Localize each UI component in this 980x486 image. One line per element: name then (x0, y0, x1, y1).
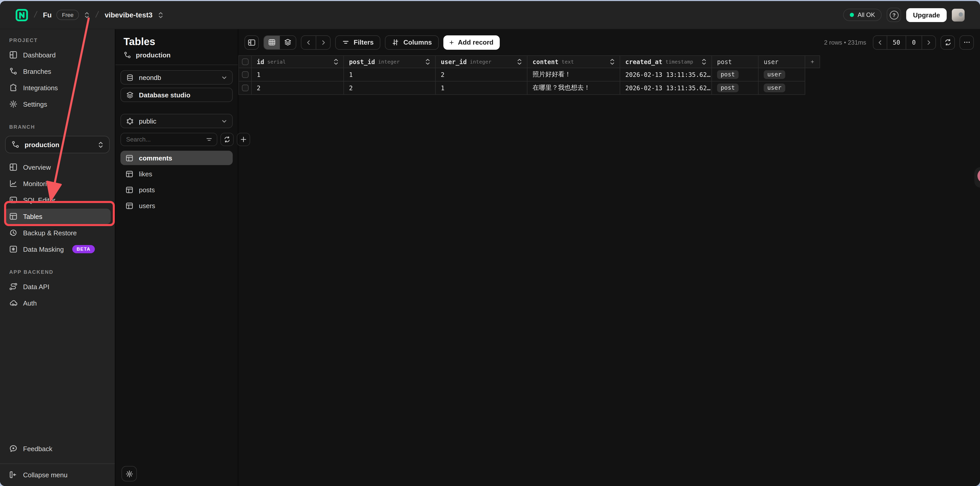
sidebar-item-overview[interactable]: Overview (4, 159, 111, 175)
refresh-tables-button[interactable] (220, 133, 234, 146)
page-next-button[interactable] (922, 36, 935, 49)
cell-content[interactable]: 照片好好看！ (527, 68, 620, 81)
column-type: serial (267, 59, 286, 65)
row-checkbox[interactable] (242, 71, 248, 78)
search-input[interactable] (126, 136, 205, 143)
cell-post-relation[interactable]: post (712, 68, 759, 81)
add-record-button[interactable]: + Add record (443, 35, 500, 49)
sidebar-item-data-api[interactable]: Data API (4, 279, 111, 294)
table-list-item-posts[interactable]: posts (121, 183, 233, 197)
page-offset-input[interactable]: 0 (906, 36, 922, 49)
prev-record-button[interactable] (301, 36, 316, 49)
help-button[interactable]: ? (887, 8, 901, 22)
sidebar-item-backup-restore[interactable]: Backup & Restore (4, 225, 111, 241)
table-list-item-comments[interactable]: comments (121, 151, 233, 165)
org-name[interactable]: Fu (43, 11, 51, 19)
query-stats: 2 rows • 231ms (824, 39, 866, 46)
system-status-pill[interactable]: All OK (843, 9, 882, 21)
cell-post-id[interactable]: 1 (344, 68, 436, 81)
column-header-post-id[interactable]: post_id integer (344, 55, 436, 68)
column-header-post[interactable]: post (712, 55, 759, 68)
cell-user-relation[interactable]: user (759, 81, 805, 95)
collapse-menu-wrap: Collapse menu (0, 464, 115, 486)
filters-button[interactable]: Filters (335, 35, 380, 49)
panel-settings-button[interactable] (121, 466, 137, 481)
table-icon (9, 212, 18, 220)
refresh-grid-button[interactable] (940, 35, 955, 49)
current-branch-label: production (136, 51, 171, 59)
row-checkbox[interactable] (242, 84, 248, 91)
sort-icon[interactable] (334, 59, 338, 65)
sort-icon[interactable] (517, 59, 522, 65)
toggle-sidebar-button[interactable] (245, 35, 259, 49)
chevron-left-icon (305, 39, 312, 45)
sidebar-item-label: Collapse menu (23, 471, 67, 478)
relation-chip[interactable]: user (764, 70, 785, 79)
branch-selector[interactable]: production (5, 136, 110, 153)
sidebar-item-monitoring[interactable]: Monitoring (4, 176, 111, 191)
sidebar-item-data-masking[interactable]: Data Masking BETA (4, 241, 111, 257)
table-list-item-users[interactable]: users (121, 199, 233, 213)
column-header-created-at[interactable]: created_at timestamp (620, 55, 712, 68)
page-size-input[interactable]: 50 (887, 36, 906, 49)
data-grid: id serial post_id integer (238, 55, 820, 95)
select-all-checkbox[interactable] (242, 59, 248, 65)
sidebar-item-sql-editor[interactable]: SQL Editor (4, 192, 111, 208)
upgrade-button[interactable]: Upgrade (907, 8, 947, 22)
cell-post-id[interactable]: 2 (344, 81, 436, 95)
cell-created-at[interactable]: 2026-02-13 13:11:35.62… (620, 68, 712, 81)
cell-user-relation[interactable]: user (759, 68, 805, 81)
cell-id[interactable]: 2 (252, 81, 344, 95)
sort-icon[interactable] (610, 59, 614, 65)
cell-user-id[interactable]: 2 (436, 68, 527, 81)
sidebar-item-branches[interactable]: Branches (4, 64, 111, 79)
relation-chip[interactable]: user (764, 83, 785, 92)
sidebar-item-feedback[interactable]: Feedback (4, 441, 111, 456)
neon-logo-icon[interactable] (15, 8, 28, 21)
next-record-button[interactable] (316, 36, 330, 49)
table-icon (126, 154, 134, 162)
schema-view-button[interactable] (280, 36, 296, 49)
database-studio-button[interactable]: Database studio (121, 88, 233, 102)
column-header-user[interactable]: user (759, 55, 805, 68)
project-name[interactable]: vibevibe-test3 (105, 11, 153, 19)
breadcrumb-separator: / (33, 10, 38, 20)
relation-chip[interactable]: post (717, 70, 738, 79)
collapse-menu-button[interactable]: Collapse menu (4, 467, 111, 483)
add-column-button[interactable] (805, 55, 820, 68)
page-prev-button[interactable] (873, 36, 887, 49)
user-avatar[interactable] (952, 8, 965, 21)
column-header-id[interactable]: id serial (252, 55, 344, 68)
cell-content[interactable]: 在哪里？我也想去！ (527, 81, 620, 95)
database-selector[interactable]: neondb (121, 70, 233, 84)
cell-id[interactable]: 1 (252, 68, 344, 81)
column-header-content[interactable]: content text (527, 55, 620, 68)
sidebar-item-settings[interactable]: Settings (4, 96, 111, 112)
add-table-button[interactable] (237, 133, 250, 146)
sort-icon[interactable] (702, 59, 706, 65)
cell-post-relation[interactable]: post (712, 81, 759, 95)
project-switcher-chevron-icon[interactable] (158, 11, 163, 19)
database-selector-value: neondb (139, 73, 161, 81)
sidebar-item-integrations[interactable]: Integrations (4, 80, 111, 96)
relation-chip[interactable]: post (717, 83, 738, 92)
cell-user-id[interactable]: 1 (436, 81, 527, 95)
grid-row[interactable]: 1 1 2 照片好好看！ 2026-02-13 13:11:35.62… pos… (238, 68, 820, 81)
sort-icon[interactable] (425, 59, 430, 65)
cell-created-at[interactable]: 2026-02-13 13:11:35.62… (620, 81, 712, 95)
grid-view-button[interactable] (264, 36, 280, 49)
org-switcher-chevron-icon[interactable] (84, 11, 90, 19)
filter-lines-icon[interactable] (205, 136, 213, 143)
grid-row[interactable]: 2 2 1 在哪里？我也想去！ 2026-02-13 13:11:35.62… … (238, 81, 820, 95)
sidebar-item-auth[interactable]: Auth (4, 295, 111, 311)
columns-button[interactable]: Columns (385, 35, 439, 49)
column-header-user-id[interactable]: user_id integer (436, 55, 527, 68)
schema-selector[interactable]: public (121, 114, 233, 128)
table-list-item-likes[interactable]: likes (121, 167, 233, 181)
more-options-button[interactable] (959, 35, 974, 49)
sidebar-item-dashboard[interactable]: Dashboard (4, 47, 111, 62)
sidebar: PROJECT Dashboard Branches (0, 29, 115, 486)
sidebar-item-label: Dashboard (23, 51, 56, 59)
branch-switcher-chevron-icon (98, 141, 103, 148)
sidebar-item-tables[interactable]: Tables (4, 209, 111, 224)
